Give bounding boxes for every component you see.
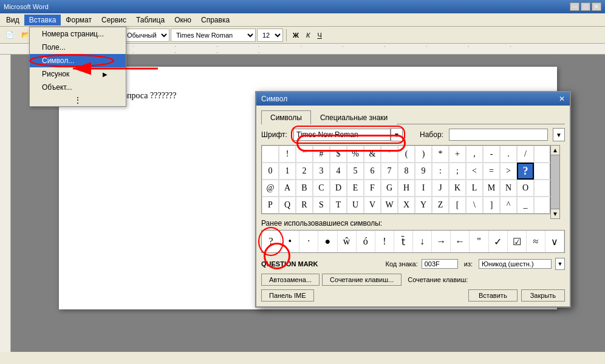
symbol-cell-backslash[interactable]: \: [466, 197, 483, 214]
symbol-cell-dollar[interactable]: $: [330, 146, 347, 163]
symbol-cell-C[interactable]: C: [313, 180, 330, 197]
symbol-cell-4[interactable]: 4: [330, 163, 347, 180]
symbol-cell-comma[interactable]: ,: [466, 146, 483, 163]
font-input[interactable]: [293, 129, 391, 141]
menu-spravka[interactable]: Справка: [196, 15, 234, 25]
code-input[interactable]: [422, 259, 458, 269]
recent-cell-checkmark[interactable]: ✓: [489, 231, 508, 252]
symbol-cell-excl[interactable]: !: [279, 146, 296, 163]
symbol-cell-1[interactable]: 1: [279, 163, 296, 180]
symbol-cell-dot[interactable]: .: [500, 146, 517, 163]
symbol-cell-W[interactable]: W: [381, 197, 398, 214]
sochetanie-button[interactable]: Сочетание клавиш...: [322, 274, 402, 286]
symbol-cell-T[interactable]: T: [330, 197, 347, 214]
symbol-cell-caret[interactable]: ^: [500, 197, 517, 214]
recent-cell-arrow-left[interactable]: ←: [451, 231, 470, 252]
symbol-cell-7[interactable]: 7: [381, 163, 398, 180]
symbol-cell-semi[interactable]: ;: [449, 163, 466, 180]
symbol-cell-minus[interactable]: -: [483, 146, 500, 163]
symbol-cell-lbracket[interactable]: [: [449, 197, 466, 214]
symbol-cell-5[interactable]: 5: [347, 163, 364, 180]
symbol-cell-6[interactable]: 6: [364, 163, 381, 180]
close-dialog-button[interactable]: Закрыть: [521, 289, 565, 302]
recent-cell-bullet[interactable]: •: [281, 231, 299, 252]
italic-button[interactable]: К: [303, 30, 313, 41]
symbol-cell-M[interactable]: M: [483, 180, 500, 197]
symbol-cell-rbracket[interactable]: ]: [483, 197, 500, 214]
symbol-cell-P[interactable]: P: [262, 197, 279, 214]
menu-servis[interactable]: Сервис: [97, 15, 131, 25]
symbol-cell-H[interactable]: H: [398, 180, 415, 197]
symbol-cell-N[interactable]: N: [500, 180, 517, 197]
bold-button[interactable]: Ж: [290, 30, 302, 41]
menu-item-object[interactable]: Объект...: [30, 81, 126, 94]
from-input[interactable]: [479, 259, 552, 269]
menu-more[interactable]: ⋮: [30, 94, 126, 106]
maximize-button[interactable]: □: [581, 2, 590, 11]
minimize-button[interactable]: —: [570, 2, 579, 11]
menu-item-picture[interactable]: Рисунок ▶: [30, 67, 126, 81]
recent-cell-arrow-right[interactable]: →: [432, 231, 451, 252]
symbol-cell-J[interactable]: J: [432, 180, 449, 197]
symbol-cell-3[interactable]: 3: [313, 163, 330, 180]
symbol-cell-eq[interactable]: =: [483, 163, 500, 180]
symbol-cell-Y[interactable]: Y: [415, 197, 432, 214]
symbol-cell-space[interactable]: [262, 146, 279, 163]
symbol-cell-plus[interactable]: +: [449, 146, 466, 163]
style-dropdown[interactable]: Обычный: [121, 29, 169, 42]
scroll-down-button[interactable]: ▼: [551, 209, 559, 218]
symbol-cell-8[interactable]: 8: [398, 163, 415, 180]
close-button[interactable]: ✕: [592, 2, 601, 11]
menu-item-page-numbers[interactable]: Номера страниц...: [30, 27, 126, 41]
symbol-scrollbar[interactable]: ▲ ▼: [550, 145, 560, 219]
recent-cell-approx[interactable]: ≈: [527, 231, 545, 252]
symbol-cell-D[interactable]: D: [330, 180, 347, 197]
symbol-cell-underscore[interactable]: _: [517, 197, 534, 214]
recent-cell-question[interactable]: ?: [262, 231, 281, 252]
scroll-up-button[interactable]: ▲: [551, 146, 559, 155]
recent-cell-middot[interactable]: ·: [299, 231, 318, 252]
symbol-cell-2[interactable]: 2: [296, 163, 313, 180]
symbol-cell-0[interactable]: 0: [262, 163, 279, 180]
font-dropdown[interactable]: Times New Roman: [171, 29, 256, 42]
symbol-cell-G[interactable]: G: [381, 180, 398, 197]
symbol-cell-L[interactable]: L: [466, 180, 483, 197]
font-dropdown-button[interactable]: ▼: [391, 128, 403, 141]
symbol-cell-at[interactable]: @: [262, 180, 279, 197]
symbol-cell-apos[interactable]: ': [381, 146, 398, 163]
recent-cell-t-macron[interactable]: t̄: [394, 231, 413, 252]
new-button[interactable]: 📄: [2, 29, 17, 41]
nabor-dropdown-button[interactable]: ▼: [553, 128, 565, 141]
recent-cell-o-acute[interactable]: ó: [357, 231, 375, 252]
insert-button[interactable]: Вставить: [468, 289, 518, 302]
symbol-cell-V[interactable]: V: [364, 197, 381, 214]
symbol-cell-question[interactable]: ?: [517, 163, 534, 180]
symbol-cell-colon[interactable]: :: [432, 163, 449, 180]
symbol-cell-lparen[interactable]: (: [398, 146, 415, 163]
symbol-cell-slash[interactable]: /: [517, 146, 534, 163]
symbol-cell-K[interactable]: K: [449, 180, 466, 197]
symbol-cell-lt[interactable]: <: [466, 163, 483, 180]
from-dropdown-button[interactable]: ▼: [555, 258, 565, 270]
symbol-cell-A[interactable]: A: [279, 180, 296, 197]
symbol-cell-E[interactable]: E: [347, 180, 364, 197]
symbol-cell-quote[interactable]: ": [296, 146, 313, 163]
symbol-cell-O[interactable]: O: [517, 180, 534, 197]
underline-button[interactable]: Ч: [314, 30, 324, 41]
symbol-cell-Q[interactable]: Q: [279, 197, 296, 214]
menu-tablica[interactable]: Таблица: [131, 15, 169, 25]
symbol-cell-amp[interactable]: &: [364, 146, 381, 163]
symbol-cell-R[interactable]: R: [296, 197, 313, 214]
symbol-cell-U[interactable]: U: [347, 197, 364, 214]
recent-cell-arrow-down[interactable]: ↓: [413, 231, 432, 252]
symbol-cell-Z[interactable]: Z: [432, 197, 449, 214]
symbol-cell-X[interactable]: X: [398, 197, 415, 214]
menu-item-field[interactable]: Поле...: [30, 41, 126, 54]
recent-cell-vee[interactable]: ∨: [545, 231, 564, 252]
recent-cell-excl2[interactable]: !: [375, 231, 394, 252]
nabor-input[interactable]: [449, 129, 548, 141]
dialog-close-button[interactable]: ✕: [559, 95, 565, 103]
symbol-cell-S[interactable]: S: [313, 197, 330, 214]
symbol-cell-F[interactable]: F: [364, 180, 381, 197]
menu-item-symbol[interactable]: Символ...: [30, 54, 126, 67]
